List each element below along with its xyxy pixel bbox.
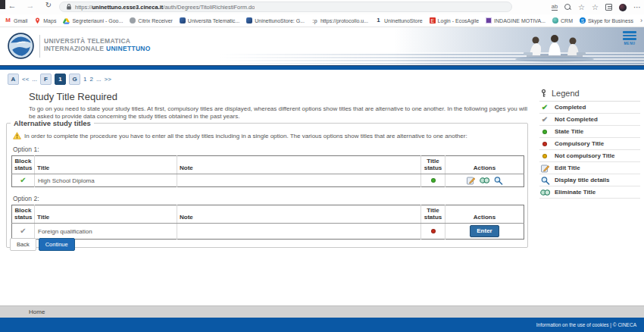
favorites-settings-icon[interactable]: ☆	[578, 4, 585, 11]
brand-name: UNINETTUNO	[106, 45, 151, 52]
col-note: Note	[177, 156, 421, 174]
table-header-row: Block status Title Note Title status Act…	[12, 156, 524, 174]
more-menu-icon[interactable]: ⋯	[633, 4, 641, 11]
back-button[interactable]: Back	[10, 238, 36, 251]
compulsory-title-icon	[542, 142, 547, 146]
compulsory-title-icon	[431, 229, 436, 233]
bookmark-crm[interactable]: CRM	[552, 17, 573, 23]
uninettuno-favicon	[180, 17, 186, 23]
brand-divider	[39, 35, 40, 58]
fieldset-legend: Alternative study titles	[11, 119, 94, 127]
lock-icon	[66, 3, 72, 11]
warning-message: In order to complete the procedure you h…	[13, 132, 523, 139]
menu-button[interactable]: MENU	[621, 31, 638, 45]
col-note: Note	[177, 205, 421, 224]
back-icon[interactable]: ←	[6, 1, 18, 10]
toolbar-right-icons: ab ☆ ☆ ⋯	[552, 0, 641, 14]
profile-avatar[interactable]	[619, 4, 627, 11]
legend-item-completed: ✔ Completed	[539, 102, 640, 114]
col-title-status: Title status	[421, 205, 445, 224]
brand-text: UNIVERSITÀ TELEMATICA INTERNAZIONALE UNI…	[44, 37, 151, 52]
cookie-info-link[interactable]: Information on the use of cookies | © CI…	[536, 322, 636, 327]
note-cell	[177, 224, 421, 240]
bookmark-segreteriauni[interactable]: Segreteriauni - Goo...	[63, 17, 123, 24]
display-details-icon	[540, 176, 550, 185]
legend-item-state-title: State Title	[539, 126, 640, 138]
col-title: Title	[35, 156, 177, 174]
gmail-icon: M	[5, 17, 11, 24]
store-icon: 1	[375, 17, 382, 24]
refresh-icon[interactable]: ↻	[42, 1, 55, 9]
wizard-step-A[interactable]: A	[8, 74, 19, 85]
note-cell	[177, 174, 421, 187]
form-buttons: Back Continue	[10, 238, 75, 251]
key-icon	[539, 89, 548, 98]
option2-label: Option 2:	[13, 195, 523, 202]
window-corner	[0, 0, 5, 9]
eliminate-title-icon[interactable]	[480, 176, 489, 185]
bookmark-ecosagile[interactable]: ELogin - EcosAgile	[430, 17, 479, 23]
wizard-step-current[interactable]: 1	[55, 74, 66, 85]
bookmark-citrix[interactable]: Citrix Receiver	[130, 17, 173, 23]
breadcrumb-footer: Home	[0, 305, 644, 318]
collections-icon[interactable]	[605, 4, 612, 11]
not-compulsory-title-icon	[542, 154, 547, 158]
bookmark-maps[interactable]: Maps	[34, 17, 56, 24]
enter-button[interactable]: Enter	[470, 225, 499, 237]
read-aloud-icon[interactable]: ab	[552, 4, 558, 11]
state-title-icon	[542, 130, 547, 134]
address-bar[interactable]: https://uninettuno.esse3.cineca.it/auth/…	[59, 2, 512, 12]
display-details-icon[interactable]	[493, 176, 503, 185]
bookmark-skype[interactable]: SSkype for Business	[580, 17, 633, 23]
legend-item-display-details: Display title details	[539, 174, 640, 186]
brand-line2: INTERNAZIONALE UNINETTUNO	[44, 45, 151, 52]
col-title-status: Title status	[421, 156, 445, 174]
wizard-page-2[interactable]: 2	[89, 76, 92, 83]
eliminate-title-icon	[540, 188, 550, 197]
bookmark-indagine[interactable]: INDAGINE MOTIVA...	[486, 17, 546, 23]
edit-title-icon[interactable]	[466, 176, 476, 185]
bookmark-uninettunostore[interactable]: 1UninettunoStore	[375, 17, 423, 24]
wizard-step-F[interactable]: F	[40, 74, 52, 85]
wizard-next[interactable]: >>	[105, 76, 111, 83]
uninettuno-globe-logo[interactable]	[7, 32, 35, 60]
main-content: A << ... F 1 G 1 2 ... >> Study Title Re…	[0, 70, 530, 305]
wizard-prev[interactable]: <<	[22, 76, 29, 83]
indagine-icon	[486, 17, 492, 23]
bookmark-protocollo[interactable]: :phttps://protocollo.u...	[311, 17, 368, 24]
wizard-step-G[interactable]: G	[69, 74, 80, 85]
warning-icon	[13, 132, 21, 139]
citrix-icon	[130, 17, 136, 23]
bookmark-gmail[interactable]: MGmail	[5, 17, 27, 24]
hamburger-icon	[623, 31, 636, 33]
wizard-page-1[interactable]: 1	[83, 76, 86, 83]
add-favorite-icon[interactable]: ☆	[592, 4, 599, 11]
col-title: Title	[35, 205, 177, 224]
bookmarks-overflow-icon[interactable]: ›	[640, 17, 644, 24]
alternative-titles-fieldset: Alternative study titles In order to com…	[6, 123, 528, 248]
col-block-status: Block status	[12, 156, 35, 174]
home-link[interactable]: Home	[29, 309, 45, 315]
site-header: UNIVERSITÀ TELEMATICA INTERNAZIONALE UNI…	[0, 27, 644, 65]
table-row: ✔ High School Diploma	[12, 174, 524, 187]
protocollo-icon: :p	[311, 17, 318, 24]
wizard-pagination: A << ... F 1 G 1 2 ... >>	[8, 74, 111, 85]
bookmark-universita-telematica[interactable]: Università Telematic...	[180, 17, 239, 23]
continue-button[interactable]: Continue	[39, 238, 75, 251]
legend-title: Legend	[552, 89, 580, 98]
legend-item-eliminate-title: Eliminate Title	[539, 186, 640, 199]
legend-item-not-completed: ✔ Not Completed	[539, 114, 640, 126]
legend-item-compulsory-title: Compulsory Title	[539, 138, 640, 150]
title-cell: Foreign qualification	[35, 224, 177, 240]
intro-text: To go on you need to state your study ti…	[29, 105, 530, 120]
skype-icon: S	[580, 17, 586, 23]
option2-table: Block status Title Note Title status Act…	[11, 205, 524, 240]
forward-icon[interactable]: →	[24, 1, 36, 10]
ecosagile-icon: E	[430, 17, 436, 23]
edit-title-icon	[540, 164, 550, 173]
zoom-search-icon[interactable]	[564, 4, 571, 11]
menu-label: MENU	[621, 42, 638, 45]
url-text: https://uninettuno.esse3.cineca.it/auth/…	[75, 4, 255, 11]
bookmark-uninettunostore-g[interactable]: UninettunoStore: G...	[246, 17, 305, 23]
col-actions: Actions	[445, 156, 524, 174]
